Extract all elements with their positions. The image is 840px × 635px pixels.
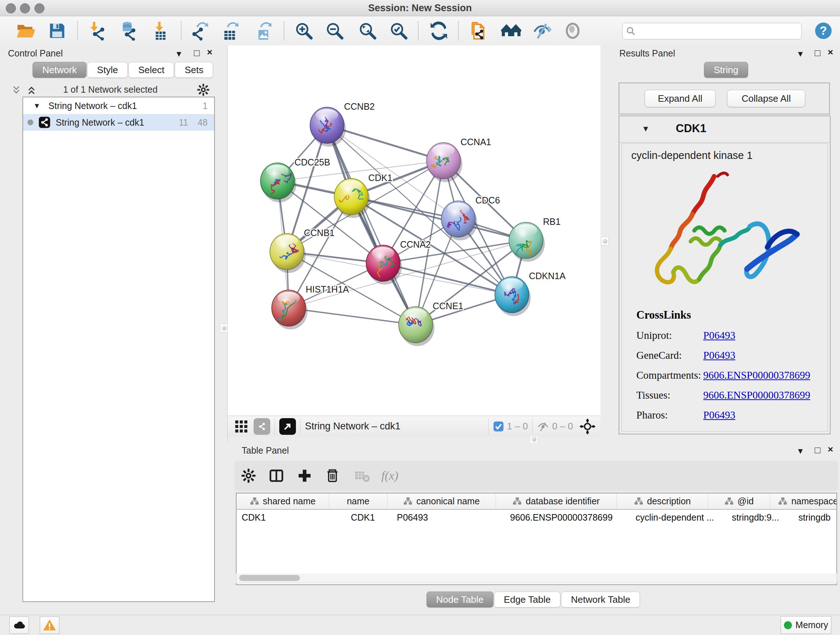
network-graph[interactable]: CCNB2CCNA1CDC25BCDK1CDC6RB1CCNB1CCNA2CDK… — [227, 45, 600, 416]
selected-checkbox-icon[interactable] — [493, 421, 504, 432]
hide-glass-button[interactable] — [532, 21, 552, 41]
edge-CCNB2-CCNE1[interactable] — [327, 125, 416, 325]
gene-section-header[interactable]: ▼ CDK1 — [619, 116, 830, 143]
column-header-database-identifier[interactable]: database identifier — [496, 494, 617, 509]
table-row[interactable]: CDK1CDK1P064939606.ENSP00000378699cyclin… — [237, 510, 836, 525]
table-cell[interactable]: 9606.ENSP00000378699 — [505, 510, 630, 525]
node-RB1[interactable] — [509, 222, 545, 262]
node-HIST1H1A[interactable] — [272, 290, 308, 329]
float-panel-icon[interactable]: □ — [815, 445, 821, 455]
tree-expand-caret-icon[interactable]: ▼ — [33, 102, 41, 110]
edge-RB1-HIST1H1A[interactable] — [289, 241, 526, 308]
tab-node-table[interactable]: Node Table — [426, 592, 493, 608]
import-network-database-button[interactable] — [118, 21, 138, 41]
import-network-file-button[interactable] — [87, 21, 107, 41]
search-input[interactable] — [639, 24, 801, 38]
cloud-status-button[interactable] — [9, 616, 29, 634]
float-panel-icon[interactable]: □ — [194, 48, 200, 57]
zoom-out-button[interactable] — [325, 21, 345, 41]
node-CDC25B[interactable] — [261, 163, 296, 203]
table-cell[interactable]: CDK1 — [237, 510, 334, 525]
export-network-button[interactable] — [189, 21, 210, 41]
scrollbar-thumb[interactable] — [239, 575, 300, 581]
import-table-button[interactable] — [150, 21, 171, 41]
table-cell[interactable]: cyclin-dependent ... — [630, 510, 727, 525]
network-collection-row[interactable]: ▼ String Network – cdk1 1 — [23, 97, 214, 114]
node-CCNA1[interactable] — [426, 143, 462, 182]
open-session-button[interactable] — [15, 21, 35, 41]
tab-network[interactable]: Network — [33, 62, 87, 78]
edge-HIST1H1A-CCNE1[interactable] — [289, 308, 416, 325]
column-header-namespace[interactable]: namespace — [770, 494, 837, 509]
detach-view-button[interactable] — [279, 418, 296, 435]
save-session-button[interactable] — [47, 21, 67, 41]
crosslink-link[interactable]: 9606.ENSP00000378699 — [703, 389, 810, 401]
column-header-canonical-name[interactable]: canonical name — [387, 494, 496, 509]
network-row-selected[interactable]: String Network – cdk1 11 48 — [23, 114, 214, 131]
zoom-in-button[interactable] — [294, 21, 314, 41]
collapse-all-button[interactable]: Collapse All — [727, 90, 805, 107]
zoom-selected-button[interactable] — [388, 21, 409, 41]
node-CCNE1[interactable] — [399, 307, 434, 346]
table-cell[interactable]: P06493 — [392, 510, 505, 525]
right-splitter-handle[interactable] — [601, 237, 609, 245]
float-panel-icon[interactable]: □ — [815, 48, 821, 57]
panel-menu-caret-icon[interactable]: ▾ — [177, 49, 181, 58]
column-header-name[interactable]: name — [329, 494, 387, 509]
column-header--id[interactable]: @id — [708, 494, 770, 509]
network-tree: ▼ String Network – cdk1 1 String Network… — [22, 97, 215, 602]
tab-string[interactable]: String — [704, 62, 748, 78]
crosslink-link[interactable]: P06493 — [703, 409, 736, 421]
tab-network-table[interactable]: Network Table — [561, 592, 640, 608]
panel-menu-caret-icon[interactable]: ▾ — [798, 446, 803, 455]
network-view-canvas[interactable]: CCNB2CCNA1CDC25BCDK1CDC6RB1CCNB1CCNA2CDK… — [227, 45, 600, 416]
crosslink-link[interactable]: 9606.ENSP00000378699 — [703, 369, 810, 381]
close-panel-icon[interactable]: × — [828, 445, 833, 454]
memory-button[interactable]: Memory — [781, 616, 831, 634]
tab-edge-table[interactable]: Edge Table — [494, 592, 561, 608]
panel-menu-caret-icon[interactable]: ▾ — [798, 49, 803, 58]
apply-layout-button[interactable] — [429, 21, 449, 41]
section-caret-icon[interactable]: ▼ — [642, 124, 650, 134]
close-panel-icon[interactable]: × — [828, 48, 833, 57]
table-horizontal-scrollbar[interactable] — [236, 573, 837, 583]
home-databases-button[interactable] — [501, 21, 521, 41]
expand-all-button[interactable]: Expand All — [645, 90, 715, 107]
crosslink-link[interactable]: P06493 — [703, 329, 736, 341]
birdseye-toggle-button[interactable] — [254, 418, 270, 435]
column-header-shared-name[interactable]: shared name — [237, 494, 329, 509]
gear-icon[interactable] — [241, 468, 256, 483]
fit-center-crosshair-icon[interactable] — [579, 418, 595, 434]
table-cell[interactable]: CDK1 — [334, 510, 392, 525]
help-button[interactable]: ? — [813, 21, 834, 41]
collapse-all-chevron-icon[interactable] — [11, 85, 22, 96]
crosslink-link[interactable]: P06493 — [703, 349, 736, 361]
node-CCNA2[interactable] — [366, 245, 402, 285]
control-panel: Control Panel ▾ □ × NetworkStyleSelectSe… — [0, 45, 221, 615]
delete-column-icon[interactable] — [325, 468, 340, 483]
add-column-icon[interactable] — [297, 468, 313, 484]
table-cell[interactable]: stringdb — [793, 510, 837, 525]
node-CDKN1A[interactable] — [495, 277, 531, 316]
zoom-fit-button[interactable] — [357, 21, 378, 41]
hidden-eye-slash-icon[interactable] — [537, 420, 549, 432]
show-columns-icon[interactable] — [268, 468, 284, 484]
export-image-button[interactable] — [253, 21, 273, 41]
node-CDK1[interactable] — [334, 179, 370, 218]
left-splitter-handle[interactable] — [220, 324, 228, 333]
tab-sets[interactable]: Sets — [175, 62, 213, 78]
gear-icon[interactable] — [197, 83, 210, 96]
node-CCNB2[interactable] — [310, 107, 346, 147]
export-table-button[interactable] — [220, 21, 240, 41]
node-table[interactable]: shared namenamecanonical namedatabase id… — [236, 493, 837, 585]
tab-select[interactable]: Select — [128, 62, 174, 78]
grid-view-icon[interactable] — [234, 419, 248, 434]
bottom-splitter-handle[interactable] — [530, 435, 538, 443]
table-cell[interactable]: stringdb:9... — [727, 510, 793, 525]
close-panel-icon[interactable]: × — [207, 48, 212, 57]
warnings-button[interactable] — [40, 616, 59, 634]
column-header-description[interactable]: description — [617, 494, 708, 509]
show-glass-button[interactable] — [562, 21, 583, 41]
network-from-document-button[interactable] — [470, 21, 491, 41]
tab-style[interactable]: Style — [87, 62, 128, 78]
